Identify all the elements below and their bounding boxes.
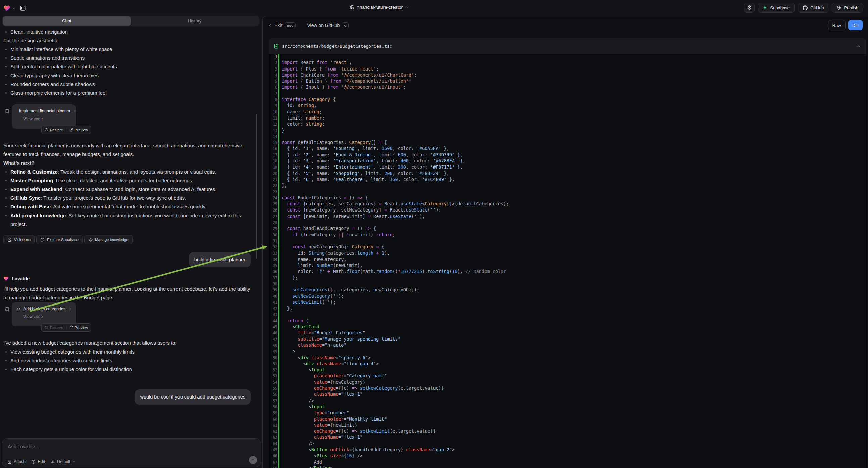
design-heading: For the design aesthetic: bbox=[3, 36, 253, 45]
lovable-logo-icon[interactable] bbox=[3, 5, 10, 12]
visit-docs-button[interactable]: Visit docs bbox=[3, 235, 35, 244]
chat-scrollbar[interactable] bbox=[256, 114, 257, 259]
line-number: 44 bbox=[269, 318, 278, 324]
send-button[interactable] bbox=[249, 456, 257, 464]
fold-toggle-icon[interactable] bbox=[278, 247, 280, 248]
manage-knowledge-button[interactable]: Manage knowledge bbox=[84, 235, 132, 244]
line-number: 37 bbox=[269, 275, 278, 281]
fold-toggle-icon[interactable] bbox=[278, 228, 280, 230]
code-line: 64 /> bbox=[269, 441, 866, 447]
line-number: 62 bbox=[269, 429, 278, 434]
list-item: Master Prompting: Use clear, detailed, a… bbox=[3, 176, 253, 185]
line-number: 14 bbox=[269, 134, 278, 140]
code-brackets-icon bbox=[17, 307, 21, 311]
version-toolbar: Restore Preview bbox=[41, 323, 91, 332]
quick-actions: Visit docs Explore Supabase Manage knowl… bbox=[3, 235, 253, 244]
fold-toggle-icon[interactable] bbox=[278, 99, 280, 101]
code-line: 23 bbox=[269, 189, 866, 195]
code-line: 3import { Plus } from 'lucide-react'; bbox=[269, 66, 866, 72]
bookmark-icon[interactable] bbox=[5, 306, 10, 312]
code-line: 48 className="h-auto" bbox=[269, 343, 866, 349]
rotate-ccw-icon bbox=[44, 326, 48, 329]
publish-button[interactable]: Publish bbox=[832, 3, 863, 13]
explore-supabase-button[interactable]: Explore Supabase bbox=[36, 235, 83, 244]
code-line: 35 limit: Number(newLimit), bbox=[269, 263, 866, 269]
raw-toggle-button[interactable]: Raw bbox=[828, 20, 845, 30]
collapse-file-button[interactable] bbox=[857, 44, 861, 48]
more-options-icon[interactable] bbox=[160, 273, 166, 279]
mode-select[interactable]: Default bbox=[51, 459, 76, 464]
code-line: 55 onChange={(e) => setNewCategory(e.tar… bbox=[269, 385, 866, 391]
line-number: 9 bbox=[269, 103, 278, 109]
exit-button[interactable]: Exit ESC bbox=[268, 23, 296, 28]
tab-history[interactable]: History bbox=[131, 17, 259, 26]
view-code-link[interactable]: View code bbox=[24, 117, 72, 121]
line-number: 43 bbox=[269, 312, 278, 318]
chat-input[interactable]: Ask Lovable... bbox=[8, 443, 255, 449]
diff-toggle-button[interactable]: Diff bbox=[848, 20, 863, 30]
bookmark-icon[interactable] bbox=[5, 109, 10, 115]
toggle-sidebar-button[interactable] bbox=[19, 4, 28, 13]
code-line: 57 /> bbox=[269, 398, 866, 404]
feature-list: Clean, intuitive navigation bbox=[3, 28, 253, 36]
chat-history-tabs: Chat History bbox=[2, 16, 259, 26]
code-line: 50 <div className="space-y-6"> bbox=[269, 355, 866, 361]
chevron-down-icon[interactable] bbox=[12, 7, 16, 10]
publish-label: Publish bbox=[844, 5, 858, 10]
panel-left-icon bbox=[20, 5, 26, 11]
preview-button[interactable]: Preview bbox=[66, 326, 88, 330]
tab-chat[interactable]: Chat bbox=[3, 17, 131, 26]
code-line: 2import React from 'react'; bbox=[269, 60, 866, 66]
github-button[interactable]: GitHub bbox=[798, 3, 829, 13]
code-line: 62 onChange={(e) => setNewLimit(e.target… bbox=[269, 429, 866, 434]
line-number: 40 bbox=[269, 293, 278, 299]
attach-button[interactable]: Attach bbox=[7, 459, 26, 464]
code-line: 11 limit: number; bbox=[269, 115, 866, 121]
code-line: 24const BudgetCategories = () => { bbox=[269, 195, 866, 201]
assistant-paragraph: I've added a new budget categories manag… bbox=[3, 339, 253, 348]
sliders-icon bbox=[51, 460, 55, 464]
line-number: 20 bbox=[269, 171, 278, 177]
line-number: 21 bbox=[269, 177, 278, 183]
rotate-ccw-icon bbox=[44, 128, 48, 131]
restore-button[interactable]: Restore bbox=[44, 326, 63, 330]
arrow-up-icon bbox=[251, 458, 255, 462]
supabase-button[interactable]: Supabase bbox=[758, 3, 795, 13]
code-line: 58 <Input bbox=[269, 404, 866, 410]
settings-button[interactable]: ⚙ bbox=[744, 3, 754, 13]
line-number: 6 bbox=[269, 84, 278, 90]
circle-dot-icon bbox=[31, 460, 36, 464]
code-line: 39 setCategories([...categories, newCate… bbox=[269, 287, 866, 293]
lovable-editor: financial-future-creator ⚙ Supabase GitH… bbox=[0, 0, 868, 468]
list-item: Each category gets a unique color for vi… bbox=[3, 365, 253, 374]
fold-toggle-icon[interactable] bbox=[278, 142, 280, 144]
line-number: 52 bbox=[269, 367, 278, 373]
version-card-implement-planner[interactable]: Implement financial planner View code bbox=[12, 105, 76, 128]
line-number: 15 bbox=[269, 140, 278, 146]
code-line: 31 bbox=[269, 238, 866, 244]
image-icon bbox=[7, 460, 12, 464]
code-line: 40 setNewCategory(''); bbox=[269, 293, 866, 299]
fold-toggle-icon[interactable] bbox=[278, 197, 280, 199]
code-line: 47 subtitle="Manage your spending limits… bbox=[269, 337, 866, 343]
code-line: 36 color: '#' + Math.floor(Math.random()… bbox=[269, 269, 866, 274]
gear-icon: ⚙ bbox=[747, 5, 752, 11]
view-code-link[interactable]: View code bbox=[24, 314, 72, 319]
added-features-list: View existing budget categories with the… bbox=[3, 348, 253, 374]
file-plus-icon bbox=[274, 43, 279, 49]
file-header[interactable]: src/components/budget/BudgetCategories.t… bbox=[269, 39, 866, 54]
design-list: Minimalist interface with plenty of whit… bbox=[3, 45, 253, 97]
github-label: GitHub bbox=[810, 5, 824, 10]
code-line: 34 name: newCategory, bbox=[269, 257, 866, 263]
line-number: 16 bbox=[269, 146, 278, 152]
restore-button[interactable]: Restore bbox=[44, 128, 63, 132]
code-line: 10 name: string; bbox=[269, 109, 866, 115]
view-on-github-button[interactable]: View on GitHub G bbox=[307, 23, 349, 28]
project-switcher[interactable]: financial-future-creator bbox=[350, 5, 409, 10]
preview-button[interactable]: Preview bbox=[66, 128, 88, 132]
code-line: 60 placeholder="Monthly limit" bbox=[269, 416, 866, 422]
line-number: 60 bbox=[269, 416, 278, 422]
edit-mode-button[interactable]: Edit bbox=[31, 459, 45, 464]
code-line: 46 title="Budget Categories" bbox=[269, 330, 866, 336]
version-card-add-budget-categories[interactable]: Add budget categories View code bbox=[12, 302, 76, 326]
